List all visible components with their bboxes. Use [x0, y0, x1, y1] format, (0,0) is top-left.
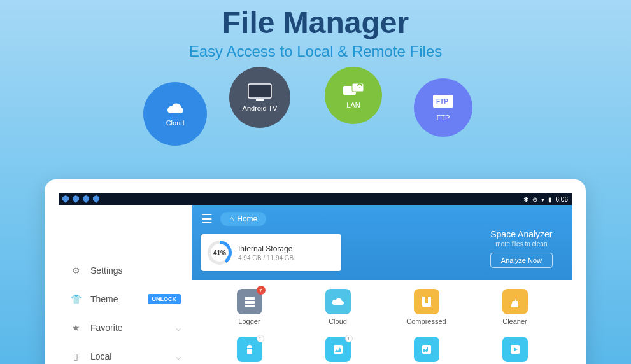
main-content: ☰ ⌂ Home 41% Internal Storage 4.94 GB / … [192, 205, 572, 364]
bubble-lan-label: LAN [346, 101, 360, 109]
sidebar: ⚙ Settings 👕 Theme UNLOCK ★ Favorite ⌵ ▯… [59, 205, 192, 364]
tv-icon [247, 83, 273, 102]
shield-icon [83, 195, 89, 203]
tablet-frame: ✱ ⊖ ▾ ▮ 6:06 ⚙ Settings 👕 Theme UNLOCK [45, 179, 586, 364]
image-icon: 1 [325, 337, 351, 362]
android-icon: 1 [237, 337, 262, 362]
sidebar-label: Theme [90, 294, 118, 304]
bubble-lan: LAN [325, 67, 382, 124]
sidebar-item-settings[interactable]: ⚙ Settings [59, 256, 192, 284]
svg-rect-8 [245, 301, 255, 304]
svg-text:FTP: FTP [436, 98, 448, 105]
storage-percent: 41% [213, 249, 226, 256]
status-time: 6:06 [556, 196, 568, 203]
grid-item-compressed[interactable]: Compressed [382, 289, 471, 325]
breadcrumb-home[interactable]: ⌂ Home [220, 212, 266, 226]
grid-item-images[interactable]: 1 [294, 337, 382, 362]
shield-icon [62, 195, 69, 203]
logger-icon: 7 [237, 289, 262, 314]
shield-icon [73, 195, 79, 203]
grid-item-cleaner[interactable]: Cleaner [471, 289, 559, 325]
svg-rect-7 [245, 297, 255, 300]
shield-icon [93, 195, 99, 203]
space-analyzer: Space Analyzer more files to clean Analy… [490, 229, 553, 268]
bubble-cloud: Cloud [143, 82, 207, 146]
badge: 1 [345, 335, 353, 342]
bubble-ftp: FTP FTP [414, 78, 472, 137]
lan-icon [342, 82, 365, 99]
grid-item-videos[interactable] [471, 337, 559, 362]
app-screen: ✱ ⊖ ▾ ▮ 6:06 ⚙ Settings 👕 Theme UNLOCK [59, 193, 572, 364]
cloud-icon [164, 101, 187, 116]
svg-rect-12 [334, 345, 343, 354]
gear-icon: ⚙ [70, 265, 82, 276]
bubble-android-tv: Android TV [229, 67, 290, 128]
grid-item-apps[interactable]: 1 [205, 337, 294, 362]
svg-point-4 [359, 87, 360, 88]
cloud-tile-icon [325, 289, 351, 314]
bubble-cloud-label: Cloud [166, 119, 185, 127]
music-icon [414, 337, 439, 362]
tile-label: Compressed [406, 318, 446, 325]
dnd-icon: ⊖ [532, 196, 537, 203]
svg-rect-13 [422, 345, 431, 354]
category-grid: 7 Logger Cloud Compressed [192, 280, 572, 364]
hamburger-icon[interactable]: ☰ [201, 211, 213, 227]
sidebar-label: Settings [90, 265, 123, 276]
sidebar-item-local[interactable]: ▯ Local ⌵ [59, 342, 192, 364]
app-header: ☰ ⌂ Home 41% Internal Storage 4.94 GB / … [192, 205, 572, 280]
promo-title: File Manager [0, 5, 631, 40]
sidebar-label: Local [90, 351, 111, 361]
sidebar-item-theme[interactable]: 👕 Theme UNLOCK [59, 284, 192, 313]
svg-rect-0 [248, 84, 271, 98]
bluetooth-icon: ✱ [523, 196, 528, 203]
tile-label: Logger [238, 318, 260, 325]
bubble-tv-label: Android TV [243, 104, 278, 112]
chevron-down-icon: ⌵ [176, 351, 181, 361]
video-icon [502, 337, 528, 362]
sidebar-item-favorite[interactable]: ★ Favorite ⌵ [59, 313, 192, 342]
shirt-icon: 👕 [70, 294, 82, 304]
grid-item-logger[interactable]: 7 Logger [205, 289, 294, 325]
wifi-icon: ▾ [541, 196, 544, 203]
badge: 7 [257, 286, 266, 295]
analyzer-sub: more files to clean [490, 241, 553, 248]
unlock-badge[interactable]: UNLOCK [148, 294, 181, 304]
phone-icon: ▯ [70, 351, 82, 361]
storage-ring: 41% [208, 241, 232, 265]
home-icon: ⌂ [229, 214, 234, 223]
broom-icon [502, 289, 528, 314]
tile-label: Cloud [329, 318, 347, 325]
ftp-icon: FTP [430, 94, 456, 111]
svg-rect-1 [256, 99, 264, 101]
chevron-down-icon: ⌵ [176, 323, 181, 333]
promo-subtitle: Easy Access to Local & Remote Files [0, 43, 631, 60]
feature-bubbles: Cloud Android TV LAN FTP FTP [0, 67, 631, 150]
grid-item-music[interactable] [382, 337, 471, 362]
storage-card[interactable]: 41% Internal Storage 4.94 GB / 11.94 GB [201, 234, 341, 271]
svg-rect-11 [425, 297, 428, 303]
battery-icon: ▮ [548, 196, 552, 203]
storage-sub: 4.94 GB / 11.94 GB [238, 255, 294, 262]
zip-icon [414, 289, 439, 314]
svg-rect-9 [245, 305, 255, 307]
sidebar-label: Favorite [90, 323, 123, 333]
analyze-now-button[interactable]: Analyze Now [490, 253, 553, 268]
storage-title: Internal Storage [238, 244, 294, 253]
grid-item-cloud[interactable]: Cloud [294, 289, 382, 325]
breadcrumb-label: Home [237, 214, 257, 223]
status-bar: ✱ ⊖ ▾ ▮ 6:06 [59, 193, 572, 205]
badge: 1 [257, 335, 264, 342]
bubble-ftp-label: FTP [437, 114, 450, 122]
analyzer-title: Space Analyzer [490, 229, 553, 239]
tile-label: Cleaner [502, 318, 527, 325]
star-icon: ★ [70, 323, 82, 333]
